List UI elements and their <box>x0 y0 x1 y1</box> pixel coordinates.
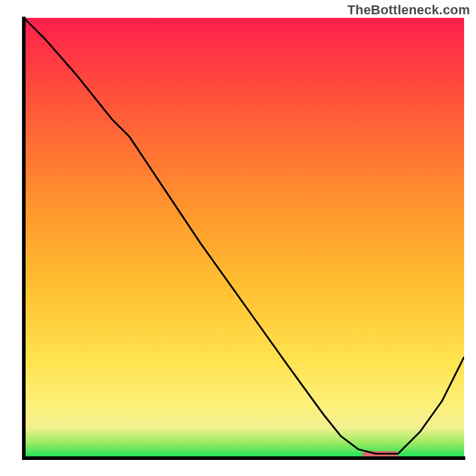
plot-area <box>24 17 465 458</box>
chart-stage: TheBottleneck.com <box>0 0 476 476</box>
gradient-background <box>24 18 464 458</box>
bottleneck-chart <box>0 0 476 476</box>
